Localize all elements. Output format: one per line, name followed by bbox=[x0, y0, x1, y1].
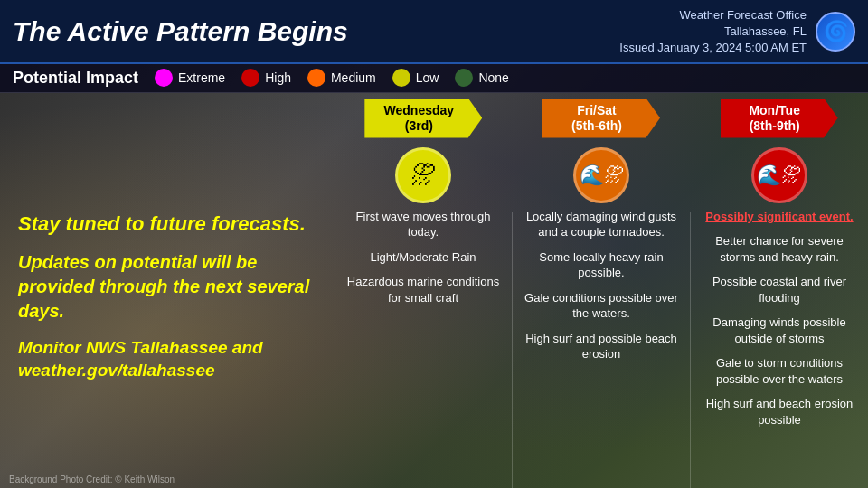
logo-icon: 🌀 bbox=[824, 20, 848, 43]
legend-item-low: Low bbox=[392, 69, 439, 87]
wed-label: Wednesday bbox=[384, 103, 455, 118]
text-col-frisat: Locally damaging wind gusts and a couple… bbox=[513, 209, 690, 488]
icon-row: ⛈ 🌊⛈ 🌊⛈ bbox=[335, 145, 868, 209]
text-rows: First wave moves through today. Light/Mo… bbox=[335, 209, 868, 488]
extreme-label: Extreme bbox=[178, 70, 225, 85]
columns-area: Wednesday (3rd) Fri/Sat (5th-6th) bbox=[335, 93, 868, 488]
montue-item-3: Possible coastal and river flooding bbox=[698, 274, 861, 305]
icon-cell-wed: ⛈ bbox=[335, 147, 513, 203]
montue-sub: (8th-9th) bbox=[749, 118, 800, 134]
montue-item-1: Possibly significant event. bbox=[698, 209, 861, 225]
day-headers-row: Wednesday (3rd) Fri/Sat (5th-6th) bbox=[335, 93, 868, 145]
none-label: None bbox=[478, 70, 508, 85]
issued-date: Issued January 3, 2024 5:00 AM ET bbox=[619, 40, 807, 56]
photo-credit: Background Photo Credit: © Keith Wilson bbox=[9, 474, 175, 484]
day-col-montue: Mon/Tue (8th-9th) bbox=[690, 99, 868, 145]
medium-dot bbox=[307, 69, 326, 87]
text-col-montue: Possibly significant event. Better chanc… bbox=[691, 209, 868, 488]
extreme-dot bbox=[155, 69, 173, 87]
frisat-sub: (5th-6th) bbox=[571, 118, 622, 134]
header-info: Weather Forecast Office Tallahassee, FL … bbox=[619, 7, 807, 57]
left-text-3: Monitor NWS Tallahassee and weather.gov/… bbox=[18, 336, 316, 382]
frisat-item-4: High surf and possible beach erosion bbox=[520, 331, 683, 362]
wed-item-2: Light/Moderate Rain bbox=[342, 249, 505, 266]
icon-frisat: 🌊⛈ bbox=[573, 147, 629, 203]
montue-label: Mon/Tue bbox=[749, 103, 800, 118]
main-content: Stay tuned to future forecasts. Updates … bbox=[0, 93, 868, 488]
wed-item-3: Hazardous marine conditions for small cr… bbox=[342, 274, 505, 305]
icon-cell-montue: 🌊⛈ bbox=[690, 147, 868, 203]
text-col-wed: First wave moves through today. Light/Mo… bbox=[335, 209, 512, 488]
wed-sub: (3rd) bbox=[384, 118, 455, 134]
frisat-item-3: Gale conditions possible over the waters… bbox=[520, 290, 683, 322]
legend-item-medium: Medium bbox=[307, 69, 376, 87]
left-text-2: Updates on potential will be provided th… bbox=[18, 250, 316, 324]
legend-bar: Potential Impact Extreme High Medium Low… bbox=[0, 64, 868, 93]
frisat-item-2: Some locally heavy rain possible. bbox=[520, 249, 683, 281]
none-dot bbox=[455, 69, 473, 87]
legend-item-high: High bbox=[241, 69, 291, 87]
office-name: Weather Forecast Office bbox=[619, 7, 807, 23]
montue-item-2: Better chance for severe storms and heav… bbox=[698, 233, 861, 265]
left-text-1: Stay tuned to future forecasts. bbox=[18, 211, 316, 238]
legend-title: Potential Impact bbox=[13, 69, 138, 88]
arrow-wednesday: Wednesday (3rd) bbox=[364, 99, 482, 138]
wed-item-1: First wave moves through today. bbox=[342, 209, 505, 240]
medium-label: Medium bbox=[331, 70, 376, 85]
montue-item-4: Damaging winds possible outside of storm… bbox=[698, 314, 861, 346]
icon-montue-symbol: 🌊⛈ bbox=[757, 164, 801, 187]
frisat-label: Fri/Sat bbox=[571, 103, 622, 118]
day-col-frisat: Fri/Sat (5th-6th) bbox=[513, 99, 691, 145]
legend-item-none: None bbox=[455, 69, 508, 87]
weather-logo: 🌀 bbox=[816, 12, 855, 52]
header-right: Weather Forecast Office Tallahassee, FL … bbox=[619, 7, 855, 57]
arrow-montue: Mon/Tue (8th-9th) bbox=[721, 99, 838, 138]
page-title: The Active Pattern Begins bbox=[13, 16, 348, 47]
icon-montue: 🌊⛈ bbox=[751, 147, 807, 203]
low-dot bbox=[392, 69, 410, 87]
arrow-frisat: Fri/Sat (5th-6th) bbox=[542, 99, 660, 138]
arrow-text-wed: Wednesday (3rd) bbox=[384, 103, 464, 134]
montue-item-6: High surf and beach erosion possible bbox=[698, 396, 861, 427]
montue-item-5: Gale to storm conditions possible over t… bbox=[698, 355, 861, 387]
low-label: Low bbox=[416, 70, 439, 85]
left-panel: Stay tuned to future forecasts. Updates … bbox=[0, 93, 335, 488]
arrow-text-frisat: Fri/Sat (5th-6th) bbox=[571, 103, 631, 134]
icon-frisat-symbol: 🌊⛈ bbox=[580, 164, 624, 187]
high-dot bbox=[241, 69, 259, 87]
high-label: High bbox=[265, 70, 291, 85]
frisat-item-1: Locally damaging wind gusts and a couple… bbox=[520, 209, 683, 240]
day-col-wed: Wednesday (3rd) bbox=[335, 99, 513, 145]
icon-cell-frisat: 🌊⛈ bbox=[513, 147, 691, 203]
icon-wed: ⛈ bbox=[395, 147, 451, 203]
icon-wed-symbol: ⛈ bbox=[410, 160, 436, 190]
header: The Active Pattern Begins Weather Foreca… bbox=[0, 0, 868, 64]
legend-item-extreme: Extreme bbox=[155, 69, 225, 87]
office-location: Tallahassee, FL bbox=[619, 23, 807, 40]
arrow-text-montue: Mon/Tue (8th-9th) bbox=[749, 103, 809, 134]
